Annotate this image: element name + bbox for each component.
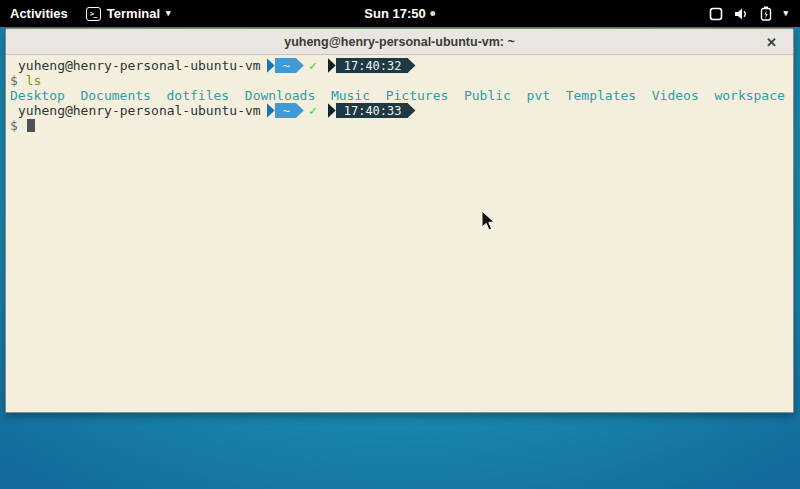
prompt-path: ~: [275, 103, 296, 118]
ls-output-line: Desktop Documents dotfiles Downloads Mus…: [10, 88, 793, 103]
chevron-down-icon: ▾: [166, 9, 171, 18]
powerline-point-icon: [408, 103, 416, 118]
text-cursor: [27, 119, 35, 132]
input-line[interactable]: $: [10, 118, 793, 133]
prompt-symbol: $: [10, 118, 18, 133]
prompt-time: 17:40:33: [336, 103, 408, 118]
powerline-point-icon: [296, 58, 304, 73]
prompt-path: ~: [275, 58, 296, 73]
powerline-arrow-icon: [328, 58, 336, 73]
prompt-symbol: $: [10, 73, 18, 88]
prompt-line-1: yuheng@henry-personal-ubuntu-vm ~ ✓ 17:4…: [10, 58, 793, 73]
powerline-time-segment: 17:40:32: [328, 58, 416, 73]
top-bar: Activities >_ Terminal ▾ Sun 17:50: [0, 0, 800, 27]
app-menu-terminal[interactable]: >_ Terminal ▾: [86, 6, 171, 21]
check-icon: ✓: [309, 103, 317, 118]
notification-dot: [431, 11, 436, 16]
powerline-arrow-icon: [267, 58, 275, 73]
prompt-time: 17:40:32: [336, 58, 408, 73]
powerline-point-icon: [296, 103, 304, 118]
powerline-arrow-icon: [267, 103, 275, 118]
prompt-user-host: yuheng@henry-personal-ubuntu-vm: [18, 103, 261, 118]
terminal-content[interactable]: yuheng@henry-personal-ubuntu-vm ~ ✓ 17:4…: [6, 55, 793, 412]
check-icon: ✓: [309, 58, 317, 73]
window-title: yuheng@henry-personal-ubuntu-vm: ~: [284, 35, 515, 49]
activities-button[interactable]: Activities: [10, 6, 68, 21]
system-tray[interactable]: ▾: [709, 0, 800, 27]
terminal-icon: >_: [86, 7, 101, 21]
directory-list: Desktop Documents dotfiles Downloads Mus…: [10, 88, 785, 103]
clock-button[interactable]: Sun 17:50: [364, 0, 435, 27]
close-icon[interactable]: ✕: [764, 33, 779, 50]
tray-chevron-down-icon: ▾: [783, 9, 788, 18]
window-titlebar[interactable]: yuheng@henry-personal-ubuntu-vm: ~ ✕: [6, 29, 793, 55]
volume-icon: [734, 7, 749, 21]
powerline-point-icon: [408, 58, 416, 73]
typed-command: ls: [26, 73, 42, 88]
powerline-path-segment: ~: [267, 103, 304, 118]
powerline-arrow-icon: [328, 103, 336, 118]
prompt-user-host: yuheng@henry-personal-ubuntu-vm: [18, 58, 261, 73]
clock-label: Sun 17:50: [364, 6, 425, 21]
powerline-time-segment: 17:40:33: [328, 103, 416, 118]
screencast-icon: [709, 7, 723, 21]
terminal-window: yuheng@henry-personal-ubuntu-vm: ~ ✕ yuh…: [5, 28, 794, 413]
prompt-line-2: yuheng@henry-personal-ubuntu-vm ~ ✓ 17:4…: [10, 103, 793, 118]
powerline-path-segment: ~: [267, 58, 304, 73]
app-menu-label: Terminal: [107, 6, 160, 21]
command-line: $ ls: [10, 73, 793, 88]
battery-charging-icon: [760, 6, 772, 21]
